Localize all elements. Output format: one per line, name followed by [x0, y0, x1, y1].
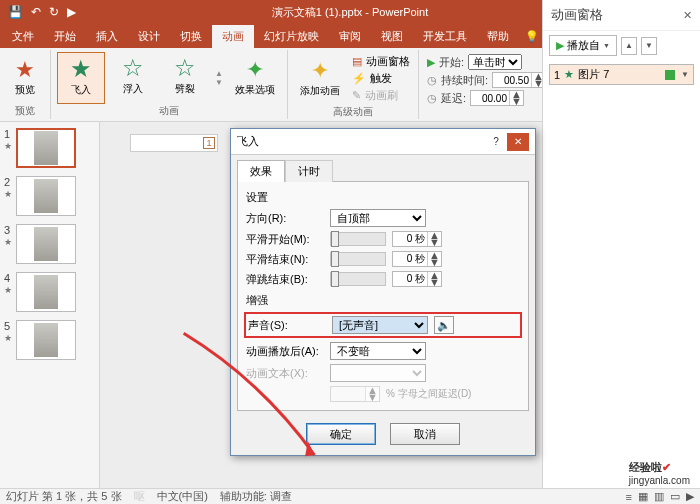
play-icon: ▶ [427, 56, 435, 69]
anim-gallery-split[interactable]: ☆ 劈裂 [161, 52, 209, 104]
redo-icon[interactable]: ↻ [49, 5, 59, 19]
anim-marker: 1 [203, 137, 215, 149]
anim-gallery-float-in[interactable]: ☆ 浮入 [109, 52, 157, 104]
dialog-title-bar[interactable]: 飞入 ? ✕ [231, 129, 535, 155]
smooth-end-stepper[interactable]: ▲▼ [392, 251, 442, 267]
sorter-view-icon[interactable]: ▥ [654, 490, 664, 503]
slideshow-view-icon[interactable]: ▶ [686, 490, 694, 503]
animation-item-1[interactable]: 1 ★ 图片 7 ▼ [549, 64, 694, 85]
dialog-title: 飞入 [237, 134, 485, 149]
trigger-icon: ⚡ [352, 72, 366, 85]
tab-review[interactable]: 审阅 [329, 25, 371, 48]
language-indicator[interactable]: 中文(中国) [157, 489, 208, 504]
anim-gallery-fly-in[interactable]: ★ 飞入 [57, 52, 105, 104]
timing-bar [665, 70, 675, 80]
slide-thumb-4[interactable] [16, 272, 76, 312]
add-anim-icon: ✦ [311, 60, 329, 82]
item-dropdown-icon[interactable]: ▼ [681, 70, 689, 79]
normal-view-icon[interactable]: ▦ [638, 490, 648, 503]
undo-icon[interactable]: ↶ [31, 5, 41, 19]
group-label-adv: 高级动画 [294, 105, 412, 120]
star-icon: ☆ [174, 54, 196, 82]
tab-help[interactable]: 帮助 [477, 25, 519, 48]
star-icon: ★ [564, 68, 574, 81]
animation-pane: 动画窗格 ✕ ▶播放自▼ ▲ ▼ 1 ★ 图片 7 ▼ [542, 0, 700, 504]
group-label-preview: 预览 [6, 104, 44, 119]
sound-volume-icon[interactable]: 🔈 [434, 316, 454, 334]
watermark: 经验啦✔ jingyanla.com [629, 457, 690, 486]
label-direction: 方向(R): [246, 211, 324, 226]
tab-design[interactable]: 设计 [128, 25, 170, 48]
slide-preview: 1 [130, 134, 218, 152]
section-settings: 设置 [246, 190, 520, 205]
anim-pane-button[interactable]: ▤动画窗格 [352, 54, 410, 69]
tab-view[interactable]: 视图 [371, 25, 413, 48]
anim-text-select [330, 364, 426, 382]
add-animation-button[interactable]: ✦ 添加动画 [294, 52, 346, 105]
slide-thumb-2[interactable] [16, 176, 76, 216]
pane-icon: ▤ [352, 55, 362, 68]
effect-options-button[interactable]: ✦ 效果选项 [229, 52, 281, 104]
start-select[interactable]: 单击时 [468, 54, 522, 70]
tab-file[interactable]: 文件 [2, 25, 44, 48]
star-icon: ★ [70, 55, 92, 83]
delay-stepper[interactable]: ▲▼ [470, 90, 524, 106]
duration-stepper[interactable]: ▲▼ [492, 72, 546, 88]
play-from-button[interactable]: ▶播放自▼ [549, 35, 617, 56]
check-icon: ✔ [662, 461, 671, 473]
thumbnail-panel: 1★ 2★ 3★ 4★ 5★ [0, 122, 100, 488]
smooth-start-slider[interactable] [330, 232, 386, 246]
delay-label: 延迟: [441, 91, 466, 106]
label-letter-delay: % 字母之间延迟(D) [386, 387, 472, 401]
tab-devtools[interactable]: 开发工具 [413, 25, 477, 48]
smooth-start-stepper[interactable]: ▲▼ [392, 231, 442, 247]
pane-close-icon[interactable]: ✕ [683, 9, 692, 22]
tab-insert[interactable]: 插入 [86, 25, 128, 48]
tab-slideshow[interactable]: 幻灯片放映 [254, 25, 329, 48]
direction-select[interactable]: 自顶部 [330, 209, 426, 227]
slide-thumb-3[interactable] [16, 224, 76, 264]
duration-label: 持续时间: [441, 73, 488, 88]
dialog-close-icon[interactable]: ✕ [507, 133, 529, 151]
anim-painter-button[interactable]: ✎动画刷 [352, 88, 410, 103]
label-smooth-start: 平滑开始(M): [246, 232, 324, 247]
tab-start[interactable]: 开始 [44, 25, 86, 48]
tab-animation[interactable]: 动画 [212, 25, 254, 48]
slide-indicator: 幻灯片 第 1 张，共 5 张 [6, 489, 122, 504]
bounce-end-slider[interactable] [330, 272, 386, 286]
effect-options-icon: ✦ [246, 59, 264, 81]
move-down-button[interactable]: ▼ [641, 37, 657, 55]
status-bar: 幻灯片 第 1 张，共 5 张 呕 中文(中国) 辅助功能: 调查 ≡ ▦ ▥ … [0, 488, 700, 504]
dialog-tab-effect[interactable]: 效果 [237, 160, 285, 182]
dialog-help-icon[interactable]: ? [485, 133, 507, 151]
slide-thumb-5[interactable] [16, 320, 76, 360]
delay-icon: ◷ [427, 92, 437, 105]
move-up-button[interactable]: ▲ [621, 37, 637, 55]
star-icon: ☆ [122, 54, 144, 82]
cancel-button[interactable]: 取消 [390, 423, 460, 445]
start-icon[interactable]: ▶ [67, 5, 76, 19]
slide-thumb-1[interactable] [16, 128, 76, 168]
accessibility-indicator[interactable]: 辅助功能: 调查 [220, 489, 292, 504]
group-label-anim: 动画 [57, 104, 281, 119]
smooth-end-slider[interactable] [330, 252, 386, 266]
reading-view-icon[interactable]: ▭ [670, 490, 680, 503]
start-label: 开始: [439, 55, 464, 70]
notes-icon[interactable]: ≡ [626, 491, 632, 503]
sound-select[interactable]: [无声音] [332, 316, 428, 334]
tab-transition[interactable]: 切换 [170, 25, 212, 48]
painter-icon: ✎ [352, 89, 361, 102]
section-enhance: 增强 [246, 293, 520, 308]
bulb-icon: 💡 [525, 30, 539, 43]
svg-marker-0 [301, 441, 318, 460]
gallery-more-icon[interactable]: ▲▼ [213, 52, 225, 104]
bounce-end-stepper[interactable]: ▲▼ [392, 271, 442, 287]
dialog-tab-timing[interactable]: 计时 [285, 160, 333, 182]
preview-button[interactable]: ★ 预览 [6, 52, 44, 104]
label-bounce-end: 弹跳结束(B): [246, 272, 324, 287]
label-sound: 声音(S): [248, 318, 326, 333]
save-icon[interactable]: 💾 [8, 5, 23, 19]
trigger-button[interactable]: ⚡触发 [352, 71, 410, 86]
after-anim-select[interactable]: 不变暗 [330, 342, 426, 360]
play-icon: ▶ [556, 39, 564, 52]
